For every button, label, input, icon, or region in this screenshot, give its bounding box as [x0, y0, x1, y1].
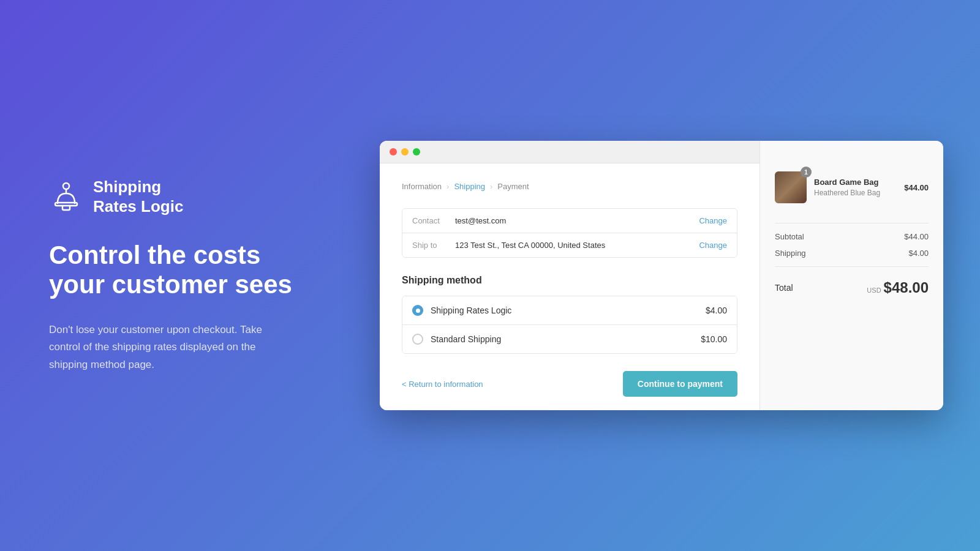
- shipping-line: Shipping $4.00: [775, 245, 929, 261]
- order-divider-1: [775, 223, 929, 223]
- logo-area: Shipping Rates Logic: [49, 178, 331, 216]
- checkout-footer: < Return to information Continue to paym…: [402, 371, 737, 397]
- dot-red[interactable]: [390, 148, 397, 156]
- contact-value: test@test.com: [455, 216, 699, 225]
- left-panel: Shipping Rates Logic Control the costs y…: [0, 141, 380, 410]
- dot-yellow[interactable]: [401, 148, 409, 156]
- shipping-label: Shipping: [775, 249, 806, 258]
- product-image-wrap: 1: [775, 171, 807, 203]
- product-name: Board Game Bag: [814, 178, 897, 187]
- product-info: Board Game Bag Heathered Blue Bag: [814, 178, 897, 197]
- browser-window: Information › Shipping › Payment Contact…: [380, 141, 943, 410]
- standard-option-name: Standard Shipping: [431, 334, 693, 344]
- srl-option-name: Shipping Rates Logic: [431, 305, 698, 315]
- shipping-option-srl[interactable]: Shipping Rates Logic $4.00: [402, 296, 737, 324]
- svg-point-0: [63, 183, 69, 189]
- breadcrumb-shipping[interactable]: Shipping: [454, 182, 485, 191]
- total-currency: USD: [867, 287, 881, 294]
- logo-icon: [49, 180, 83, 214]
- order-product: 1 Board Game Bag Heathered Blue Bag $44.…: [775, 171, 929, 203]
- breadcrumb-sep2: ›: [490, 182, 492, 191]
- continue-button[interactable]: Continue to payment: [623, 371, 737, 397]
- return-link[interactable]: < Return to information: [402, 380, 483, 389]
- ship-row: Ship to 123 Test St., Test CA 00000, Uni…: [402, 233, 737, 257]
- subtotal-label: Subtotal: [775, 232, 804, 241]
- order-summary-panel: 1 Board Game Bag Heathered Blue Bag $44.…: [760, 141, 943, 410]
- shipping-option-standard[interactable]: Standard Shipping $10.00: [402, 324, 737, 353]
- standard-option-price: $10.00: [701, 334, 727, 344]
- radio-unselected-icon: [412, 334, 423, 345]
- total-amount: $48.00: [884, 279, 929, 296]
- checkout-panel: Information › Shipping › Payment Contact…: [380, 141, 760, 410]
- shipping-section-title: Shipping method: [402, 275, 737, 286]
- order-total: Total USD $48.00: [775, 272, 929, 304]
- shipping-value: $4.00: [908, 249, 929, 258]
- contact-change[interactable]: Change: [699, 216, 727, 225]
- breadcrumb-sep1: ›: [447, 182, 449, 191]
- shipping-options: Shipping Rates Logic $4.00 Standard Ship…: [402, 296, 737, 354]
- contact-label: Contact: [412, 216, 455, 225]
- svg-rect-1: [55, 203, 77, 206]
- subtotal-line: Subtotal $44.00: [775, 228, 929, 245]
- srl-option-price: $4.00: [706, 305, 727, 315]
- headline: Control the costs your customer sees: [49, 241, 331, 300]
- info-rows: Contact test@test.com Change Ship to 123…: [402, 208, 737, 258]
- radio-selected-icon: [412, 305, 423, 316]
- breadcrumb: Information › Shipping › Payment: [402, 182, 737, 191]
- logo-text: Shipping Rates Logic: [93, 178, 183, 216]
- breadcrumb-information[interactable]: Information: [402, 182, 442, 191]
- dot-green[interactable]: [413, 148, 420, 156]
- contact-row: Contact test@test.com Change: [402, 209, 737, 233]
- ship-value: 123 Test St., Test CA 00000, United Stat…: [455, 241, 699, 250]
- browser-bar: [380, 141, 760, 163]
- ship-label: Ship to: [412, 241, 455, 250]
- product-price: $44.00: [904, 183, 929, 192]
- checkout-content: Information › Shipping › Payment Contact…: [380, 163, 760, 410]
- total-value: USD $48.00: [867, 279, 929, 296]
- breadcrumb-payment: Payment: [497, 182, 529, 191]
- subtotal-value: $44.00: [904, 232, 929, 241]
- order-divider-2: [775, 266, 929, 267]
- product-badge: 1: [801, 167, 812, 178]
- ship-change[interactable]: Change: [699, 241, 727, 250]
- product-variant: Heathered Blue Bag: [814, 189, 897, 197]
- total-label: Total: [775, 283, 793, 293]
- subtext: Don't lose your customer upon checkout. …: [49, 321, 294, 373]
